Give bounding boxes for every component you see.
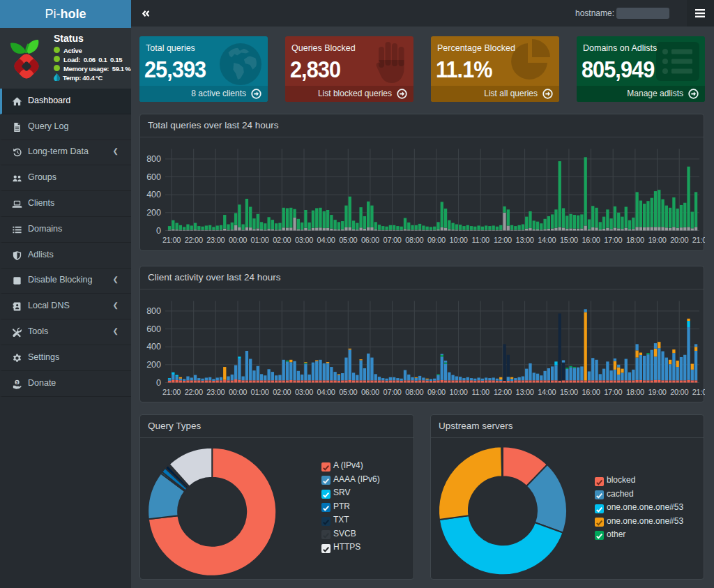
svg-text:08:00: 08:00 (405, 388, 423, 396)
svg-text:800: 800 (146, 154, 161, 164)
svg-text:15:00: 15:00 (560, 388, 578, 396)
svg-text:0: 0 (156, 226, 161, 236)
svg-text:23:00: 23:00 (206, 236, 225, 244)
svg-text:20:00: 20:00 (670, 388, 688, 396)
svg-text:17:00: 17:00 (604, 388, 622, 396)
svg-text:10:00: 10:00 (450, 236, 468, 244)
svg-text:0: 0 (156, 378, 161, 388)
svg-text:23:00: 23:00 (206, 388, 225, 396)
svg-text:17:00: 17:00 (604, 236, 622, 244)
svg-text:09:00: 09:00 (427, 236, 446, 244)
svg-text:400: 400 (146, 190, 161, 199)
svg-text:11:00: 11:00 (472, 236, 489, 244)
svg-text:02:00: 02:00 (273, 236, 291, 244)
svg-text:22:00: 22:00 (185, 236, 203, 244)
svg-text:03:00: 03:00 (295, 236, 313, 244)
svg-text:18:00: 18:00 (626, 388, 644, 396)
svg-text:07:00: 07:00 (383, 388, 402, 396)
svg-text:00:00: 00:00 (229, 236, 247, 244)
svg-text:14:00: 14:00 (538, 236, 556, 244)
svg-text:05:00: 05:00 (339, 236, 357, 244)
svg-text:09:00: 09:00 (427, 388, 446, 396)
svg-text:21:00: 21:00 (162, 236, 181, 244)
svg-text:20:00: 20:00 (670, 236, 688, 244)
svg-text:12:00: 12:00 (494, 388, 512, 396)
svg-text:200: 200 (146, 208, 161, 218)
svg-text:18:00: 18:00 (626, 236, 644, 244)
svg-text:19:00: 19:00 (648, 236, 666, 244)
svg-text:200: 200 (146, 360, 161, 370)
svg-text:00:00: 00:00 (229, 388, 247, 396)
svg-text:21:00: 21:00 (692, 388, 705, 396)
svg-text:04:00: 04:00 (317, 236, 335, 244)
svg-text:06:00: 06:00 (361, 236, 379, 244)
svg-text:19:00: 19:00 (648, 388, 666, 396)
svg-text:400: 400 (146, 342, 161, 352)
svg-text:21:00: 21:00 (162, 388, 181, 396)
svg-text:01:00: 01:00 (251, 236, 269, 244)
svg-text:08:00: 08:00 (405, 236, 423, 244)
svg-text:800: 800 (146, 306, 161, 316)
svg-text:16:00: 16:00 (582, 388, 600, 396)
svg-text:13:00: 13:00 (516, 236, 534, 244)
svg-text:$: $ (16, 380, 18, 384)
svg-text:05:00: 05:00 (339, 388, 357, 396)
svg-text:22:00: 22:00 (185, 388, 203, 396)
svg-text:11:00: 11:00 (472, 388, 489, 396)
svg-text:600: 600 (146, 172, 161, 182)
svg-text:02:00: 02:00 (273, 388, 291, 396)
svg-text:01:00: 01:00 (251, 388, 269, 396)
svg-text:03:00: 03:00 (295, 388, 313, 396)
svg-text:15:00: 15:00 (560, 236, 578, 244)
svg-text:12:00: 12:00 (494, 236, 512, 244)
svg-text:07:00: 07:00 (383, 236, 402, 244)
svg-text:04:00: 04:00 (317, 388, 335, 396)
svg-text:10:00: 10:00 (450, 388, 468, 396)
svg-text:06:00: 06:00 (361, 388, 379, 396)
svg-text:21:00: 21:00 (692, 236, 705, 244)
svg-text:13:00: 13:00 (516, 388, 534, 396)
svg-text:600: 600 (146, 324, 161, 334)
svg-text:14:00: 14:00 (538, 388, 556, 396)
svg-text:16:00: 16:00 (582, 236, 600, 244)
